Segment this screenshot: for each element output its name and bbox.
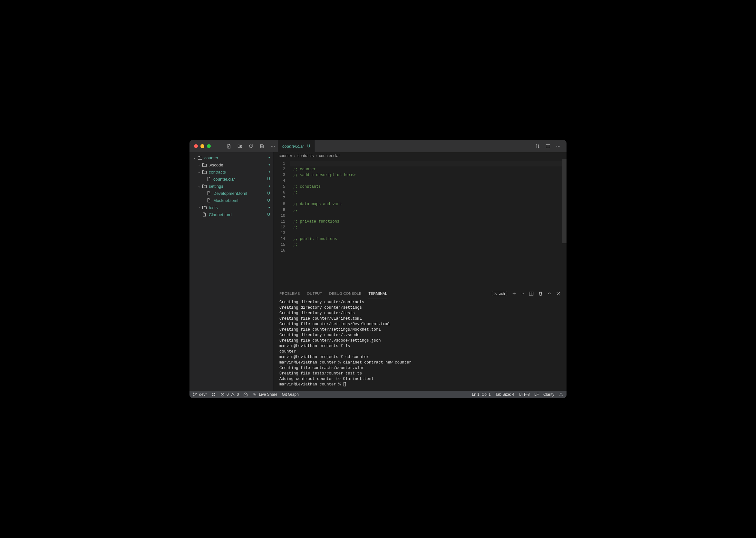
terminal-shell-indicator[interactable]: zsh — [492, 291, 507, 296]
more-actions-icon[interactable] — [555, 143, 561, 149]
editor-scrollbar[interactable] — [562, 159, 567, 288]
window-maximize-button[interactable] — [207, 144, 211, 148]
panel-tab-output[interactable]: OUTPUT — [307, 289, 322, 298]
tree-folder[interactable]: ⌄counter• — [189, 154, 273, 161]
terminal-line: Adding contract counter to Clarinet.toml — [279, 376, 561, 382]
breadcrumb-item[interactable]: counter.clar — [319, 153, 340, 158]
tree-label: .vscode — [209, 163, 265, 167]
kill-terminal-icon[interactable] — [538, 291, 543, 296]
folder-icon — [202, 169, 207, 175]
tree-folder[interactable]: ›tests• — [189, 204, 273, 211]
breadcrumb-item[interactable]: contracts — [298, 153, 314, 158]
tree-file[interactable]: counter.clarU — [189, 176, 273, 183]
panel-tab-terminal[interactable]: TERMINAL — [368, 289, 387, 298]
status-encoding[interactable]: UTF-8 — [519, 392, 530, 397]
split-editor-icon[interactable] — [545, 143, 550, 149]
status-cursor-position[interactable]: Ln 1, Col 1 — [472, 392, 491, 397]
code-line[interactable]: ;; constants — [290, 184, 562, 189]
tree-label: counter.clar — [213, 177, 265, 182]
tree-label: contracts — [209, 170, 265, 175]
traffic-lights — [194, 144, 211, 148]
code-line[interactable] — [290, 161, 562, 166]
chevron-down-icon[interactable]: ⌄ — [197, 170, 202, 174]
chevron-right-icon[interactable]: › — [197, 163, 202, 167]
maximize-panel-icon[interactable] — [547, 292, 551, 296]
more-icon[interactable] — [270, 143, 275, 149]
status-notifications-icon[interactable] — [559, 392, 563, 397]
editor[interactable]: 12345678910111213141516 ;; counter;; <ad… — [274, 159, 567, 288]
breadcrumb-item[interactable]: counter — [279, 153, 292, 158]
code-line[interactable] — [290, 178, 562, 184]
svg-point-1 — [271, 146, 271, 146]
new-terminal-icon[interactable] — [512, 291, 517, 296]
status-live-share[interactable]: Live Share — [252, 392, 277, 397]
terminal-dropdown-icon[interactable] — [521, 292, 524, 295]
code-line[interactable] — [290, 230, 562, 236]
terminal-line: Creating directory counter/tests — [279, 311, 561, 316]
git-status-indicator: U — [265, 198, 270, 202]
new-folder-icon[interactable] — [237, 143, 242, 149]
line-number: 12 — [274, 225, 285, 230]
code-line[interactable]: ;; — [290, 225, 562, 230]
vscode-window: counter.clar U ⌄counter•›.vscode•⌄contra… — [189, 140, 567, 398]
code-line[interactable]: ;; — [290, 207, 562, 213]
tree-file[interactable]: Mocknet.tomlU — [189, 197, 273, 204]
code-line[interactable] — [290, 195, 562, 201]
editor-tab[interactable]: counter.clar U — [278, 140, 315, 152]
tree-folder[interactable]: ⌄settings• — [189, 183, 273, 189]
tree-file[interactable]: Clarinet.tomlU — [189, 211, 273, 218]
code-line[interactable]: ;; counter — [290, 166, 562, 172]
terminal-output[interactable]: Creating directory counter/contractsCrea… — [274, 299, 567, 391]
status-git-graph[interactable]: Git Graph — [282, 392, 299, 397]
status-eol[interactable]: LF — [534, 392, 539, 397]
panel-tab-problems[interactable]: PROBLEMS — [279, 289, 300, 298]
svg-point-13 — [253, 393, 255, 395]
scrollbar-thumb[interactable] — [562, 159, 567, 243]
code-line[interactable]: ;; — [290, 189, 562, 195]
line-number: 3 — [274, 172, 285, 178]
code-line[interactable]: ;; <add a description here> — [290, 172, 562, 178]
editor-tabs: counter.clar U — [278, 140, 315, 152]
line-number: 13 — [274, 230, 285, 236]
tree-file[interactable]: Development.tomlU — [189, 189, 273, 197]
breadcrumbs[interactable]: counter › contracts › counter.clar — [274, 152, 567, 159]
svg-point-6 — [558, 146, 558, 146]
close-panel-icon[interactable] — [556, 291, 561, 296]
file-icon — [202, 212, 207, 217]
status-tab-size[interactable]: Tab Size: 4 — [495, 392, 514, 397]
new-file-icon[interactable] — [226, 143, 231, 149]
refresh-icon[interactable] — [248, 143, 253, 149]
compare-icon[interactable] — [535, 143, 540, 149]
folder-icon — [202, 184, 207, 189]
file-explorer[interactable]: ⌄counter•›.vscode•⌄contracts•counter.cla… — [189, 152, 273, 391]
tree-folder[interactable]: ⌄contracts• — [189, 168, 273, 176]
code-line[interactable]: ;; public functions — [290, 236, 562, 242]
code-line[interactable]: ;; data maps and vars — [290, 201, 562, 207]
tree-label: Development.toml — [213, 191, 265, 196]
status-problems[interactable]: 0 0 — [220, 392, 239, 397]
status-sync[interactable] — [212, 392, 216, 397]
panel-tab-debug-console[interactable]: DEBUG CONSOLE — [329, 289, 361, 298]
status-branch[interactable]: dev* — [193, 392, 207, 397]
code-line[interactable] — [290, 213, 562, 219]
tab-filename: counter.clar — [282, 144, 304, 149]
collapse-all-icon[interactable] — [259, 143, 264, 149]
tree-folder[interactable]: ›.vscode• — [189, 161, 273, 168]
chevron-down-icon[interactable]: ⌄ — [197, 185, 202, 188]
chevron-right-icon[interactable]: › — [197, 206, 202, 209]
line-number: 15 — [274, 242, 285, 248]
window-close-button[interactable] — [194, 144, 198, 148]
status-home-icon[interactable] — [243, 392, 248, 397]
git-status-indicator: • — [265, 155, 270, 160]
chevron-down-icon[interactable]: ⌄ — [192, 156, 197, 160]
code-line[interactable]: ;; — [290, 242, 562, 248]
status-language[interactable]: Clarity — [543, 392, 554, 397]
window-minimize-button[interactable] — [201, 144, 204, 148]
code-line[interactable] — [290, 248, 562, 253]
terminal-line: counter — [279, 349, 561, 354]
split-terminal-icon[interactable] — [529, 291, 534, 296]
shell-name: zsh — [499, 292, 505, 296]
code-content[interactable]: ;; counter;; <add a description here>;; … — [290, 159, 562, 288]
code-line[interactable]: ;; private functions — [290, 219, 562, 225]
file-icon — [206, 177, 212, 182]
